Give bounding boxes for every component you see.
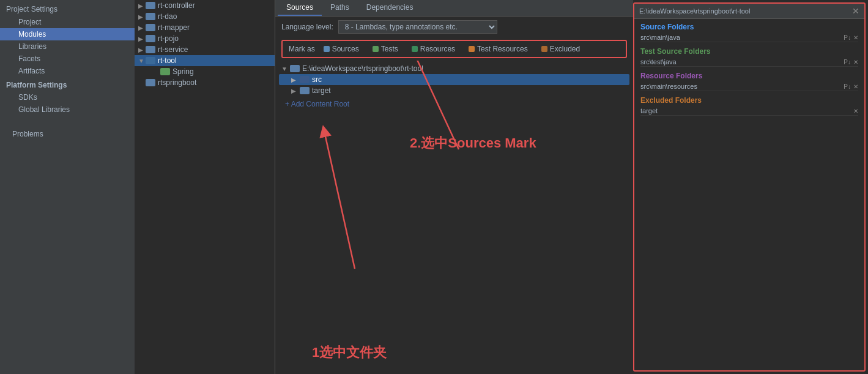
mark-as-bar: Mark as Sources Tests Resources Test Res… [281,40,627,58]
excluded-folders-section: Excluded Folders target ✕ [634,92,864,117]
source-folders-title: Source Folders [640,23,858,31]
source-folder-row-0: src\main\java P↓ ✕ [640,33,858,42]
ct-item-target[interactable]: ▶ target [279,85,629,96]
arrow-icon: ▶ [138,2,146,9]
content-tree: ▼ E:\ideaWorkspace\rtspringboot\rt-tool … [275,61,633,374]
target-folder-icon [300,87,310,94]
sidebar-item-libraries[interactable]: Libraries [0,40,135,53]
tab-paths[interactable]: Paths [322,0,358,16]
language-level-label: Language level: [281,23,333,31]
sidebar-item-problems[interactable]: Problems [0,128,135,140]
main-layout: Sources Paths Dependencies Language leve… [275,0,868,374]
tests-dot [373,46,379,52]
tree-item-rt-service[interactable]: ▶ rt-service [135,44,275,55]
folder-icon [146,35,155,42]
folder-icon [146,57,155,64]
mark-as-sources-button[interactable]: Sources [319,43,364,54]
sources-dot [324,46,330,52]
arrow-icon: ▶ [138,47,146,53]
excluded-folder-path: target [640,107,658,114]
mark-as-resources-button[interactable]: Resources [407,43,460,54]
test-folder-edit-button[interactable]: P↓ [844,59,851,65]
folder-icon [146,46,155,53]
arrow-icon: ▼ [138,58,146,64]
right-panel-header: E:\ideaWorkspace\rtspringboot\rt-tool ✕ [634,4,864,19]
tree-item-rtspringboot[interactable]: rtspringboot [135,77,275,88]
mark-as-test-resources-button[interactable]: Test Resources [464,43,533,54]
test-resources-dot [469,46,475,52]
arrow-icon: ▶ [138,36,146,42]
source-folders-section: Source Folders src\main\java P↓ ✕ [634,19,864,43]
sidebar: Project Settings Project Modules Librari… [0,0,135,374]
source-folder-actions: P↓ ✕ [844,34,858,41]
main-content: Sources Paths Dependencies Language leve… [275,0,633,374]
expand-arrow-icon: ▶ [291,77,300,83]
excluded-folder-remove-button[interactable]: ✕ [853,108,858,114]
expand-arrow-icon: ▼ [281,65,290,72]
resource-folder-path: src\main\resources [640,83,697,90]
tree-item-rt-mapper[interactable]: ▶ rt-mapper [135,22,275,33]
tree-item-spring[interactable]: Spring [135,66,275,77]
tab-sources[interactable]: Sources [278,0,322,16]
test-source-folder-actions: P↓ ✕ [844,59,858,65]
src-folder-icon [300,76,310,83]
expand-arrow-icon: ▶ [291,88,300,94]
source-folder-remove-button[interactable]: ✕ [853,34,858,41]
module-tree: ▶ rt-controller ▶ rt-dao ▶ rt-mapper ▶ r… [135,0,275,374]
ct-item-src[interactable]: ▶ src [279,74,629,85]
excluded-folders-title: Excluded Folders [640,96,858,105]
folder-icon [146,2,155,9]
mark-as-tests-button[interactable]: Tests [368,43,403,54]
resource-folders-title: Resource Folders [640,72,858,80]
ct-root-path[interactable]: ▼ E:\ideaWorkspace\rtspringboot\rt-tool [279,63,629,74]
resource-folder-actions: P↓ ✕ [844,83,858,90]
annotation-step2: 2.选中Sources Mark [410,134,536,152]
tree-item-rt-dao[interactable]: ▶ rt-dao [135,11,275,22]
source-folder-path: src\main\java [640,34,680,41]
root-folder-icon [290,65,300,72]
annotation-step1: 1选中文件夹 [312,343,387,362]
right-panel: E:\ideaWorkspace\rtspringboot\rt-tool ✕ … [633,2,866,372]
tab-dependencies[interactable]: Dependencies [358,0,422,16]
mark-as-label: Mark as [289,45,315,53]
language-level-bar: Language level: 8 - Lambdas, type annota… [275,17,633,37]
test-source-folders-section: Test Source Folders src\test\java P↓ ✕ [634,43,864,68]
project-settings-title: Project Settings [0,2,135,16]
test-folder-remove-button[interactable]: ✕ [853,59,858,65]
right-panel-close-button[interactable]: ✕ [852,6,859,16]
sidebar-item-global-libraries[interactable]: Global Libraries [0,103,135,116]
sidebar-item-facets[interactable]: Facets [0,53,135,65]
folder-icon [146,79,155,86]
sidebar-item-sdks[interactable]: SDKs [0,91,135,103]
resource-folder-remove-button[interactable]: ✕ [853,83,858,90]
right-panel-path: E:\ideaWorkspace\rtspringboot\rt-tool [639,7,750,15]
test-source-folder-row-0: src\test\java P↓ ✕ [640,58,858,67]
arrow-icon: ▶ [138,13,146,20]
folder-icon [146,24,155,31]
excluded-folder-actions: ✕ [853,108,858,114]
resource-folders-section: Resource Folders src\main\resources P↓ ✕ [634,68,864,92]
tree-item-rt-pojo[interactable]: ▶ rt-pojo [135,33,275,44]
svg-line-0 [324,131,355,269]
resources-dot [412,46,418,52]
resource-folder-row-0: src\main\resources P↓ ✕ [640,82,858,91]
test-source-folders-title: Test Source Folders [640,47,858,56]
platform-settings-title: Platform Settings [0,77,135,91]
test-source-folder-path: src\test\java [640,58,677,65]
arrow-icon: ▶ [138,24,146,31]
tree-item-rt-tool[interactable]: ▼ rt-tool [135,55,275,66]
sidebar-item-project[interactable]: Project [0,16,135,28]
excluded-folder-row-0: target ✕ [640,107,858,116]
excluded-dot [541,46,547,52]
source-folder-edit-button[interactable]: P↓ [844,34,851,41]
sidebar-item-modules[interactable]: Modules [0,28,135,40]
sidebar-item-artifacts[interactable]: Artifacts [0,65,135,77]
add-content-root-button[interactable]: + Add Content Root [279,96,629,112]
tree-item-rt-controller[interactable]: ▶ rt-controller [135,0,275,11]
mark-as-excluded-button[interactable]: Excluded [536,43,585,54]
tabs-bar: Sources Paths Dependencies [275,0,633,17]
folder-icon [160,68,170,75]
folder-icon [146,13,155,20]
language-level-select[interactable]: 8 - Lambdas, type annotations etc. [338,20,497,34]
resource-folder-edit-button[interactable]: P↓ [844,83,851,90]
